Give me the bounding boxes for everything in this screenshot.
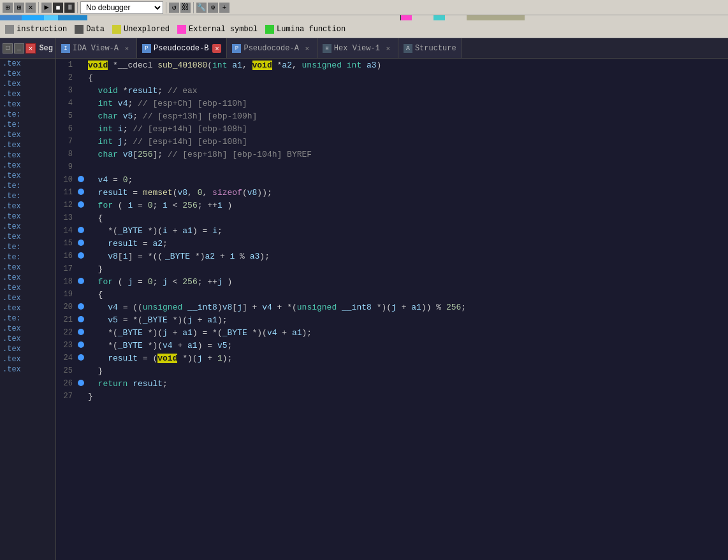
legend-instruction-label: instruction	[17, 25, 67, 34]
breakpoint-circle-18[interactable]	[78, 278, 84, 284]
tab-close-pseudo-a[interactable]: ✕	[303, 44, 312, 53]
bp-dot-15[interactable]	[76, 239, 85, 248]
breakpoint-circle-12[interactable]	[78, 201, 84, 208]
sidebar-item[interactable]: .te:	[0, 313, 55, 324]
breakpoint-circle-26[interactable]	[78, 380, 84, 386]
tab-icon-hex: H	[323, 44, 331, 53]
tab-pseudocode-a[interactable]: P Pseudocode-A ✕	[227, 38, 317, 58]
code-text-27: }	[85, 392, 93, 401]
sidebar-item[interactable]: .tex	[0, 232, 55, 242]
sidebar-item[interactable]: .tex	[0, 324, 55, 334]
bp-dot-21[interactable]	[76, 315, 85, 325]
code-text-13: {	[85, 213, 103, 223]
sidebar-item[interactable]: .tex	[0, 99, 55, 110]
code-text-22: *(_BYTE *)(j + a1) = *(_BYTE *)(v4 + a1)…	[85, 328, 312, 338]
sidebar-title: Seg	[39, 44, 53, 53]
debugger-select[interactable]: No debugger	[80, 1, 163, 14]
toolbar-stop-icon[interactable]: ◼	[53, 3, 63, 13]
bp-dot-20[interactable]	[76, 303, 85, 312]
sidebar-items: .tex .tex .tex .tex .tex .te: .te: .tex …	[0, 59, 55, 560]
sidebar-item[interactable]: .tex	[0, 140, 55, 150]
sidebar-item[interactable]: .te:	[0, 191, 55, 201]
sidebar-item[interactable]: .tex	[0, 89, 55, 99]
tab-close-hex[interactable]: ✕	[384, 44, 393, 53]
colorbar-seg-5	[87, 15, 400, 20]
tab-hex-view-1[interactable]: H Hex View-1 ✕	[317, 38, 398, 58]
sidebar-minimize-btn[interactable]: _	[14, 43, 24, 54]
line-num-3: 3	[56, 86, 76, 95]
sidebar-item[interactable]: .tex	[0, 201, 55, 212]
sidebar-item[interactable]: .tex	[0, 212, 55, 222]
tab-close-ida[interactable]: ✕	[122, 44, 131, 53]
tab-ida-view-a[interactable]: I IDA View-A ✕	[56, 38, 137, 58]
legend-unexplored-swatch	[112, 25, 121, 34]
breakpoint-circle-16[interactable]	[78, 252, 84, 259]
sidebar-item[interactable]: .tex	[0, 222, 55, 232]
sidebar-item[interactable]: .tex	[0, 273, 55, 283]
sidebar-item[interactable]: .tex	[0, 334, 55, 344]
breakpoint-circle-23[interactable]	[78, 341, 84, 348]
tab-icon-pseudo-b: P	[142, 44, 151, 53]
toolbar-icon-d[interactable]: ⚙	[208, 3, 218, 13]
colorbar-seg-9	[445, 15, 467, 20]
bp-dot-10[interactable]	[76, 175, 85, 185]
sidebar-item[interactable]: .te:	[0, 181, 55, 191]
bp-dot-22[interactable]	[76, 328, 85, 338]
sidebar-item[interactable]: .tex	[0, 69, 55, 79]
sidebar-item[interactable]: .te:	[0, 120, 55, 130]
tab-pseudocode-b[interactable]: P Pseudocode-B ✕	[137, 38, 227, 58]
bp-dot-11[interactable]	[76, 188, 85, 197]
tab-structure[interactable]: A Structure	[398, 38, 462, 58]
bp-dot-12[interactable]	[76, 201, 85, 210]
breakpoint-circle-14[interactable]	[78, 227, 84, 233]
toolbar-icon-a[interactable]: ↺	[169, 3, 179, 13]
sidebar-item[interactable]: .tex	[0, 354, 55, 364]
sidebar-item[interactable]: .tex	[0, 59, 55, 69]
sidebar-item[interactable]: .te:	[0, 110, 55, 120]
bp-dot-24[interactable]	[76, 354, 85, 363]
bp-dot-23[interactable]	[76, 341, 85, 350]
sidebar-item[interactable]: .tex	[0, 161, 55, 171]
tab-label-pseudo-b: Pseudocode-B	[154, 44, 208, 53]
colorbar-seg-3	[44, 15, 59, 20]
sidebar: □ _ ✕ Seg .tex .tex .tex .tex .tex .te: …	[0, 38, 56, 560]
line-num-10: 10	[56, 175, 76, 184]
bp-dot-26[interactable]	[76, 379, 85, 389]
bp-dot-16[interactable]	[76, 252, 85, 261]
code-line-25: 25 }	[56, 364, 728, 377]
sidebar-close-btn[interactable]: ✕	[25, 43, 36, 54]
toolbar-icon-e[interactable]: +	[219, 3, 229, 13]
sidebar-item[interactable]: .tex	[0, 171, 55, 181]
sidebar-item[interactable]: .tex	[0, 130, 55, 140]
breakpoint-circle-10[interactable]	[78, 176, 84, 182]
sidebar-item[interactable]: .te:	[0, 252, 55, 262]
sidebar-item[interactable]: .tex	[0, 150, 55, 161]
sidebar-restore-btn[interactable]: □	[3, 43, 13, 54]
toolbar-pause-icon[interactable]: ⏸	[64, 3, 75, 13]
toolbar-icon-b[interactable]: ⛓	[180, 3, 191, 13]
toolbar-icon-1: ⊞	[3, 3, 13, 13]
sidebar-item[interactable]: .tex	[0, 364, 55, 375]
breakpoint-circle-24[interactable]	[78, 354, 84, 361]
tab-close-pseudo-b[interactable]: ✕	[212, 44, 221, 53]
code-view[interactable]: 1 void *__cdecl sub_401080(int a1, void …	[56, 59, 728, 560]
sidebar-item[interactable]: .tex	[0, 344, 55, 354]
breakpoint-circle-21[interactable]	[78, 316, 84, 322]
toolbar-icon-c[interactable]: 🔧	[196, 3, 207, 13]
sidebar-item[interactable]: .tex	[0, 262, 55, 273]
breakpoint-circle-15[interactable]	[78, 240, 84, 246]
breakpoint-circle-20[interactable]	[78, 303, 84, 310]
sidebar-item[interactable]: .tex	[0, 283, 55, 293]
line-num-9: 9	[56, 162, 76, 171]
colorbar-seg-8	[433, 15, 444, 20]
bp-dot-18[interactable]	[76, 277, 85, 287]
sidebar-item[interactable]: .tex	[0, 303, 55, 313]
sidebar-item[interactable]: .te:	[0, 242, 55, 252]
breakpoint-circle-22[interactable]	[78, 329, 84, 335]
bp-dot-14[interactable]	[76, 226, 85, 236]
sidebar-item[interactable]: .tex	[0, 293, 55, 303]
sidebar-item[interactable]: .tex	[0, 79, 55, 89]
code-text-26: return result;	[85, 379, 168, 389]
breakpoint-circle-11[interactable]	[78, 189, 84, 195]
toolbar-play-icon[interactable]: ▶	[41, 3, 52, 13]
